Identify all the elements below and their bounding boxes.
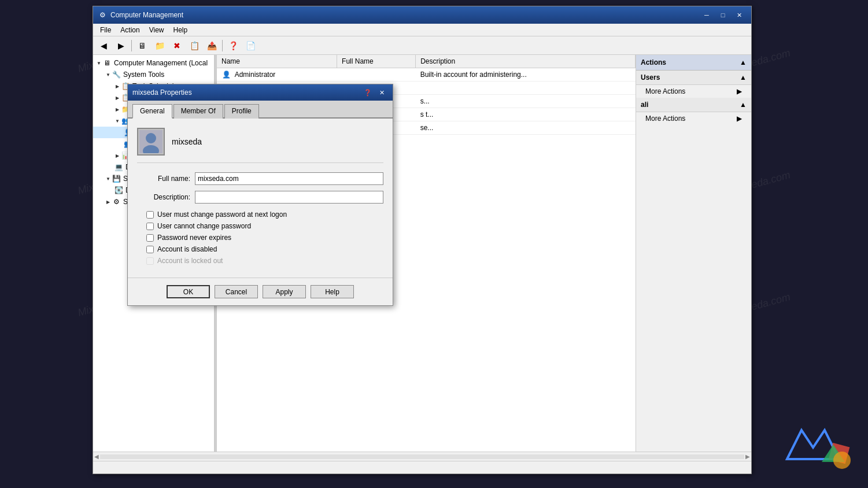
more-actions-arrow-users: ▶ <box>737 87 742 95</box>
checkbox-label-cannot-change: User cannot change password <box>157 222 251 230</box>
close-button[interactable]: ✕ <box>732 9 747 21</box>
help-button[interactable]: Help <box>311 285 354 298</box>
menu-help[interactable]: Help <box>169 25 193 35</box>
tree-arrow-ev: ▶ <box>114 95 121 101</box>
cancel-button[interactable]: Cancel <box>215 285 258 298</box>
properties-dialog: mixseda Properties ❓ ✕ General Member Of… <box>127 84 393 306</box>
tree-label-st: System Tools <box>123 71 164 79</box>
menu-action[interactable]: Action <box>116 25 144 35</box>
col-name[interactable]: Name <box>217 55 337 68</box>
menu-file[interactable]: File <box>95 25 116 35</box>
tree-arrow-cm: ▼ <box>95 61 102 66</box>
actions-ali-label: ali <box>641 101 648 109</box>
svg-point-6 <box>833 452 851 469</box>
tree-item-system-tools[interactable]: ▼ 🔧 System Tools <box>93 69 214 80</box>
toolbar-document[interactable]: 📄 <box>242 38 258 53</box>
tree-arrow-svc: ▶ <box>105 199 112 205</box>
toolbar-separator-2 <box>222 40 223 51</box>
scroll-left-arrow[interactable]: ◀ <box>94 453 99 460</box>
toolbar-back[interactable]: ◀ <box>95 38 112 53</box>
checkbox-row-disabled: Account is disabled <box>137 245 383 253</box>
cell-fullname <box>337 68 416 82</box>
cell-description <box>416 82 636 95</box>
tab-general[interactable]: General <box>132 104 172 119</box>
checkbox-label-disabled: Account is disabled <box>157 245 217 253</box>
window-controls: ─ □ ✕ <box>699 9 747 21</box>
actions-collapse-icon: ▲ <box>740 58 747 66</box>
tree-arrow-perf: ▶ <box>114 153 121 158</box>
toolbar-export[interactable]: 📋 <box>186 38 202 53</box>
status-bar <box>93 461 751 474</box>
tree-arrow-st: ▼ <box>105 72 112 77</box>
tab-member-of[interactable]: Member Of <box>173 104 223 119</box>
checkbox-cannot-change[interactable] <box>146 223 154 230</box>
apply-button[interactable]: Apply <box>263 285 306 298</box>
cell-description: s... <box>416 95 636 108</box>
tree-icon-storage: 💾 <box>112 174 121 183</box>
actions-header: Actions ▲ <box>636 55 751 71</box>
toolbar-delete[interactable]: ✖ <box>169 38 185 53</box>
cell-description: s t... <box>416 108 636 121</box>
description-row: Description: <box>137 191 383 204</box>
checkbox-row-never-expires: Password never expires <box>137 234 383 242</box>
toolbar-share[interactable]: 📤 <box>204 38 220 53</box>
toolbar-forward[interactable]: ▶ <box>113 38 129 53</box>
minimize-button[interactable]: ─ <box>699 9 714 21</box>
actions-users-expand-icon: ▲ <box>740 73 747 82</box>
toolbar-help[interactable]: ❓ <box>225 38 241 53</box>
menu-bar: File Action View Help <box>93 24 751 36</box>
actions-users-label: Users <box>641 73 660 82</box>
actions-users-more[interactable]: More Actions ▶ <box>636 85 751 98</box>
dialog-window-controls: ❓ ✕ <box>361 87 388 98</box>
tree-arrow-lug: ▼ <box>114 119 121 124</box>
tree-label-cm: Computer Management (Local <box>114 59 208 67</box>
checkbox-change-pw[interactable] <box>146 211 154 219</box>
tab-profile[interactable]: Profile <box>224 104 259 119</box>
more-actions-label-ali: More Actions <box>645 114 685 123</box>
cell-name: 👤 Administrator <box>217 68 337 82</box>
checkbox-label-never-expires: Password never expires <box>157 234 231 242</box>
tree-arrow-ts: ▶ <box>114 84 121 89</box>
toolbar-separator-1 <box>131 40 132 51</box>
dialog-title-bar: mixseda Properties ❓ ✕ <box>128 84 393 101</box>
horizontal-scrollbar-track[interactable] <box>100 454 744 459</box>
more-actions-label-users: More Actions <box>645 87 685 95</box>
checkbox-disabled[interactable] <box>146 246 154 253</box>
dialog-content: mixseda Full name: Description: User mus… <box>128 119 393 278</box>
actions-panel: Actions ▲ Users ▲ More Actions ▶ ali ▲ M… <box>636 55 751 452</box>
maximize-button[interactable]: □ <box>715 9 730 21</box>
dialog-title: mixseda Properties <box>132 88 361 97</box>
user-name-display: mixseda <box>172 137 202 146</box>
actions-title: Actions <box>641 58 666 66</box>
tree-icon-disk: 💽 <box>114 186 123 195</box>
description-input[interactable] <box>195 191 383 204</box>
user-avatar <box>137 128 165 156</box>
user-icon: 👤 <box>221 70 231 79</box>
toolbar: ◀ ▶ 🖥 📁 ✖ 📋 📤 ❓ 📄 <box>93 36 751 55</box>
actions-ali-more[interactable]: More Actions ▶ <box>636 112 751 125</box>
svg-point-1 <box>146 133 156 143</box>
dialog-help-button[interactable]: ❓ <box>361 87 374 98</box>
full-name-input[interactable] <box>195 172 383 185</box>
dialog-tabs: General Member Of Profile <box>128 101 393 119</box>
bottom-scrollbar[interactable]: ◀ ▶ <box>93 452 751 461</box>
col-description[interactable]: Description <box>416 55 636 68</box>
scroll-right-arrow[interactable]: ▶ <box>745 453 750 460</box>
toolbar-folder[interactable]: 📁 <box>152 38 168 53</box>
checkbox-never-expires[interactable] <box>146 234 154 242</box>
full-name-row: Full name: <box>137 172 383 185</box>
toolbar-computer[interactable]: 🖥 <box>134 38 150 53</box>
user-header: mixseda <box>137 128 383 163</box>
menu-view[interactable]: View <box>145 25 169 35</box>
actions-ali-subheader[interactable]: ali ▲ <box>636 98 751 112</box>
tree-item-computer-management[interactable]: ▼ 🖥 Computer Management (Local <box>93 57 214 69</box>
dialog-buttons: OK Cancel Apply Help <box>128 278 393 305</box>
col-fullname[interactable]: Full Name <box>337 55 416 68</box>
ok-button[interactable]: OK <box>167 285 210 298</box>
mixseda-logo <box>781 419 851 471</box>
actions-users-subheader[interactable]: Users ▲ <box>636 71 751 85</box>
tree-icon-cm: 🖥 <box>102 58 112 68</box>
dialog-close-button[interactable]: ✕ <box>375 87 388 98</box>
table-row[interactable]: 👤 Administrator Built-in account for adm… <box>217 68 636 82</box>
checkbox-locked-out <box>146 257 154 265</box>
